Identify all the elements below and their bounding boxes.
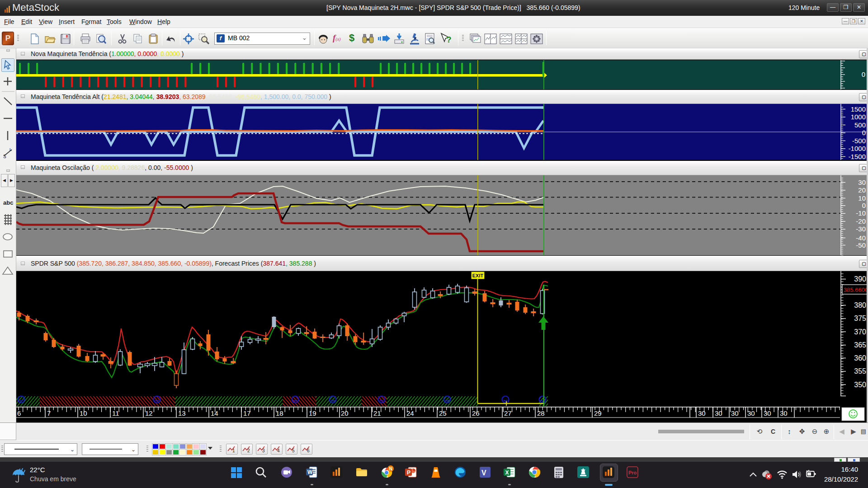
svg-text:30: 30 [764, 409, 771, 417]
svg-text:4: 4 [277, 448, 280, 453]
svg-text:3: 3 [262, 448, 265, 453]
svg-text:P: P [407, 469, 410, 476]
svg-text:28: 28 [537, 409, 545, 417]
svg-text:370: 370 [854, 328, 866, 336]
svg-text:1000: 1000 [851, 113, 866, 121]
svg-text:30: 30 [698, 409, 706, 417]
svg-text:-40: -40 [856, 234, 866, 242]
svg-text:-50: -50 [856, 241, 866, 249]
svg-text:X: X [505, 469, 509, 476]
svg-text:?: ? [446, 35, 452, 44]
svg-text:-30: -30 [856, 225, 866, 233]
svg-text:17: 17 [243, 409, 251, 417]
svg-text:0: 0 [862, 202, 866, 209]
svg-text:30: 30 [858, 178, 866, 186]
svg-text:10: 10 [80, 409, 87, 417]
svg-text:350: 350 [854, 381, 866, 389]
svg-text:7: 7 [47, 409, 51, 417]
svg-text:390: 390 [854, 275, 866, 283]
svg-text:19: 19 [309, 409, 316, 417]
svg-text:abc: abc [3, 199, 13, 206]
svg-text:30: 30 [731, 409, 739, 417]
svg-text:375: 375 [854, 314, 866, 322]
svg-text:20: 20 [341, 409, 349, 417]
svg-text:6: 6 [17, 409, 21, 417]
svg-text:1: 1 [232, 448, 235, 453]
svg-text:12: 12 [145, 409, 153, 417]
svg-text:10: 10 [858, 194, 866, 202]
svg-text:21: 21 [373, 409, 381, 417]
svg-text:V: V [481, 469, 486, 477]
svg-text:-500: -500 [852, 137, 866, 145]
svg-text:-10: -10 [856, 209, 866, 217]
svg-text:30: 30 [715, 409, 722, 417]
svg-text:360: 360 [854, 354, 866, 362]
svg-text:6: 6 [307, 448, 310, 453]
svg-text:18: 18 [276, 409, 283, 417]
svg-text:0: 0 [862, 70, 865, 78]
svg-text:29: 29 [594, 409, 602, 417]
svg-text:5: 5 [292, 448, 295, 453]
svg-text:24: 24 [406, 409, 414, 417]
svg-text:L: L [9, 147, 12, 152]
svg-text:380: 380 [854, 301, 866, 309]
svg-text:S: S [3, 154, 6, 159]
svg-text:EXIT: EXIT [472, 273, 484, 278]
svg-text:-1000: -1000 [849, 145, 866, 152]
svg-text:385.6600: 385.6600 [844, 286, 868, 293]
svg-text:20: 20 [858, 186, 866, 194]
svg-text:30: 30 [780, 409, 788, 417]
svg-text:N: N [389, 466, 392, 471]
svg-text:365: 365 [854, 341, 866, 349]
svg-text:1500: 1500 [851, 105, 866, 113]
svg-text:W: W [307, 469, 313, 475]
svg-text:500: 500 [854, 121, 866, 129]
svg-text:-20: -20 [856, 217, 866, 225]
svg-text:30: 30 [747, 409, 755, 417]
svg-text:Pro: Pro [628, 470, 637, 475]
svg-text:27: 27 [504, 409, 512, 417]
svg-text:26: 26 [472, 409, 480, 417]
svg-text:14: 14 [211, 409, 218, 417]
svg-text:2: 2 [247, 448, 250, 453]
svg-text:355: 355 [854, 367, 866, 375]
svg-text:11: 11 [112, 409, 119, 417]
svg-text:-1500: -1500 [849, 153, 866, 160]
svg-text:0: 0 [862, 129, 866, 136]
svg-text:25: 25 [439, 409, 447, 417]
svg-text:13: 13 [178, 409, 186, 417]
